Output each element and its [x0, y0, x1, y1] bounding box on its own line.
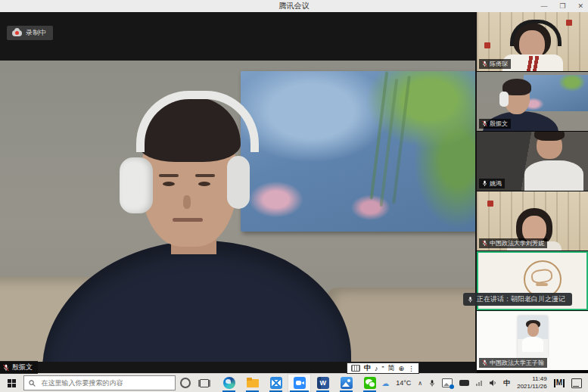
speaking-tooltip: 正在讲话：朝阳老白川之漫记: [463, 293, 572, 306]
participant-tile-4[interactable]: 中国政法大学刘芳妮: [477, 191, 588, 250]
main-speaker-name: 殷振文: [12, 362, 33, 372]
meeting-window: 录制中 殷振文: [0, 12, 588, 374]
start-button[interactable]: [0, 374, 23, 392]
close-button[interactable]: ✕: [577, 0, 583, 12]
tray-device-icon[interactable]: [459, 380, 469, 386]
person-torso: [42, 241, 351, 362]
clock-time: 11:49: [517, 375, 546, 383]
participant-name-tag: 陈倚琛: [479, 59, 511, 69]
profile-photo: [518, 316, 548, 358]
ime-item[interactable]: 简: [388, 363, 395, 373]
ime-item[interactable]: ⋮: [408, 365, 415, 372]
clock-date: 2021/11/26: [517, 383, 546, 390]
monet-painting: [241, 71, 475, 232]
mic-muted-icon: [482, 359, 487, 366]
cloud-record-icon: [12, 30, 22, 36]
taskbar-app-wechat[interactable]: [358, 374, 381, 392]
edge-icon: [223, 377, 235, 389]
window-title: 腾讯会议: [279, 1, 310, 11]
mic-muted-icon: [482, 61, 487, 67]
participant-name: 陈倚琛: [490, 60, 508, 68]
mic-muted-icon: [482, 120, 487, 127]
ime-item[interactable]: ♪: [375, 365, 378, 372]
taskbar-app-edge[interactable]: [217, 374, 241, 392]
participant-tile-6[interactable]: 中国政法大学王子翰: [477, 311, 588, 370]
speaker-icon[interactable]: [489, 379, 496, 387]
tray-mic-icon[interactable]: [429, 379, 435, 387]
language-indicator[interactable]: 中: [503, 378, 510, 388]
restore-button[interactable]: ❐: [559, 0, 565, 12]
participant-name: 中国政法大学王子翰: [490, 359, 544, 367]
taskbar-app-word[interactable]: W: [311, 374, 334, 392]
network-icon[interactable]: [476, 381, 482, 386]
search-icon: [29, 380, 36, 387]
mic-on-icon: [468, 296, 473, 303]
participant-tile-2[interactable]: 殷振文: [477, 72, 588, 131]
taskbar-search[interactable]: [23, 375, 176, 390]
hidden-icons-chevron[interactable]: ∧: [418, 380, 422, 387]
participant-name-tag: 中国政法大学王子翰: [479, 358, 547, 368]
ime-mode-toggle[interactable]: 中: [364, 363, 371, 373]
mic-muted-icon: [3, 364, 9, 372]
participant-sidebar: 陈倚琛 殷振文: [477, 12, 588, 374]
participant-name: 中国政法大学刘芳妮: [490, 239, 544, 247]
weather-temp[interactable]: 14°C: [396, 379, 411, 387]
tencent-meeting-icon: [294, 377, 306, 389]
word-icon: W: [317, 377, 329, 389]
windows-taskbar: W ☁ 14°C ∧ 中 11:49 2021/11/26 M: [0, 373, 588, 392]
taskbar-app-icons: W: [217, 374, 381, 392]
window-titlebar: 腾讯会议 — ❐ ✕: [0, 0, 588, 13]
taskbar-clock[interactable]: 11:49 2021/11/26: [517, 375, 546, 390]
cortana-button[interactable]: [176, 374, 195, 392]
participant-name: 殷振文: [490, 120, 508, 128]
weather-icon[interactable]: ☁: [381, 379, 389, 387]
headphone-cup: [120, 157, 153, 213]
task-view-button[interactable]: [195, 374, 215, 392]
taskbar-app-tencent-meeting[interactable]: [288, 374, 311, 392]
recording-indicator[interactable]: 录制中: [7, 26, 53, 40]
main-speaker-name-tag: 殷振文: [0, 361, 38, 374]
taskbar-app-photos[interactable]: [334, 374, 358, 392]
window-controls: — ❐ ✕: [540, 0, 583, 12]
ime-item[interactable]: ⊕: [399, 365, 405, 372]
photos-icon: [341, 377, 353, 389]
taskbar-app-mail[interactable]: [264, 374, 288, 392]
windows-logo-icon: [8, 379, 16, 387]
participant-name-tag: 姚鸿: [479, 179, 505, 188]
cortana-icon: [180, 378, 191, 388]
mic-muted-icon: [482, 240, 487, 247]
keyboard-icon[interactable]: [351, 365, 360, 372]
main-stage: 录制中 殷振文: [0, 12, 475, 374]
tray-screenshot-icon[interactable]: [442, 378, 453, 387]
search-input[interactable]: [39, 378, 156, 387]
participant-name-tag: 殷振文: [479, 119, 511, 129]
mail-icon: [270, 377, 282, 389]
ime-item[interactable]: ”: [382, 365, 384, 372]
main-video-feed: [0, 61, 475, 362]
ime-toolbar: 中 ♪ ” 简 ⊕ ⋮: [347, 362, 419, 374]
participant-name: 姚鸿: [490, 179, 502, 188]
action-center-icon[interactable]: [571, 378, 582, 388]
minimize-button[interactable]: —: [540, 0, 547, 12]
task-view-icon: [200, 379, 209, 387]
participant-tile-1[interactable]: 陈倚琛: [477, 12, 588, 71]
participant-tile-3[interactable]: 姚鸿: [477, 132, 588, 191]
participant-name-tag: 中国政法大学刘芳妮: [479, 238, 547, 248]
file-explorer-icon: [247, 377, 259, 389]
headphone-cup: [227, 156, 250, 209]
wechat-icon: [364, 377, 376, 389]
taskbar-app-file-explorer[interactable]: [241, 374, 264, 392]
system-tray: ☁ 14°C ∧ 中 11:49 2021/11/26 M: [381, 374, 588, 392]
tray-m-app-icon[interactable]: M: [554, 379, 565, 387]
recording-label: 录制中: [26, 28, 46, 38]
speaking-tooltip-text: 正在讲话：朝阳老白川之漫记: [477, 294, 565, 304]
mic-on-icon: [482, 180, 487, 187]
